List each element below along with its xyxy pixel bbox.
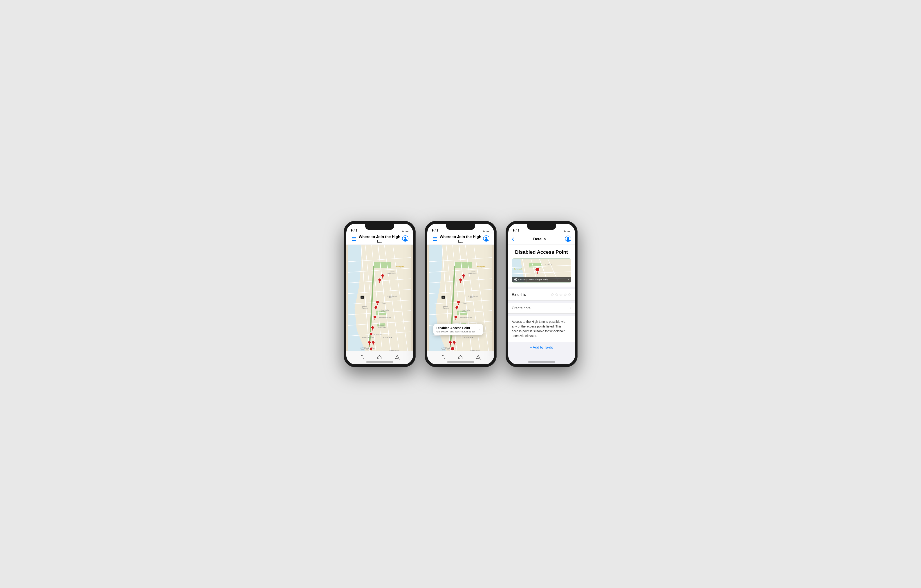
phones-container: 9:42 ▲ ▬ ☰ Where to Join the High L... (344, 221, 578, 367)
svg-point-67 (485, 237, 487, 239)
callout-bubble[interactable]: Disabled Access Point Gansevoort and Was… (433, 324, 483, 335)
svg-text:CHELSEA: CHELSEA (464, 336, 474, 338)
star-5[interactable]: ☆ (568, 292, 571, 297)
phone-2-nav-bar: ☰ Where to Join the High L... (427, 234, 494, 245)
svg-rect-70 (454, 262, 472, 268)
star-4[interactable]: ☆ (563, 292, 567, 297)
svg-point-127 (453, 341, 456, 344)
svg-point-119 (454, 315, 457, 318)
svg-point-56 (371, 326, 374, 329)
phone-1-time: 9:42 (351, 228, 358, 232)
svg-text:Fine Food Market: Fine Food Market (362, 337, 374, 338)
details-screen: Details Disabled Access Point (508, 234, 575, 364)
details-rate-section: Rate this ☆ ☆ ☆ ☆ ☆ (508, 289, 575, 300)
wifi-icon-3: ▲ (564, 229, 566, 232)
callout-subtitle: Gansevoort and Washington Street (436, 330, 476, 333)
phone-2: 9:42 ▲ ▬ ☰ Where to Join the High L... (425, 221, 496, 367)
home-button-2[interactable] (458, 355, 463, 361)
star-1[interactable]: ☆ (551, 292, 554, 297)
svg-point-64 (369, 347, 373, 350)
create-note-row[interactable]: Create note › (508, 303, 575, 313)
details-nav-title: Details (533, 237, 546, 241)
wifi-icon: ▲ (483, 229, 485, 232)
location-button-2[interactable] (476, 355, 481, 361)
phone-3-notch (527, 224, 556, 230)
nav-title: Where to Join the High L... (358, 235, 401, 244)
profile-button-3[interactable] (565, 236, 571, 243)
details-description: Access to the High Line is possible via … (508, 316, 575, 342)
phone-2-map[interactable]: Lightship Frying Pan Jenny's Marketplace… (427, 245, 494, 351)
svg-text:Basketball Court: Basketball Court (460, 317, 472, 318)
phone-1-nav-bar: ☰ Where to Join the High L... (347, 234, 413, 245)
phone-1: 9:42 ▲ ▬ ☰ Where to Join the High L... (344, 221, 416, 367)
star-rating[interactable]: ☆ ☆ ☆ ☆ ☆ (551, 292, 571, 297)
svg-rect-4 (374, 262, 391, 268)
svg-point-50 (376, 300, 379, 304)
menu-button[interactable]: ☰ (350, 236, 358, 242)
svg-point-113 (459, 278, 462, 281)
svg-text:Marketplace: Marketplace (387, 273, 395, 274)
svg-text:Place: Place (469, 297, 473, 299)
profile-button-2[interactable] (482, 236, 490, 243)
svg-text:Foragers Market: Foragers Market (389, 349, 399, 351)
svg-text:9A: 9A (442, 296, 444, 299)
details-note-section: Create note › (508, 303, 575, 313)
phone-3: 9:43 ▲ ▬ Details (506, 221, 578, 367)
svg-point-129 (451, 347, 454, 351)
phone-3-screen: 9:43 ▲ ▬ Details (508, 224, 575, 364)
details-content: Disabled Access Point (508, 245, 575, 364)
details-nav: Details (508, 234, 575, 245)
svg-point-149 (515, 279, 516, 280)
home-button[interactable] (377, 355, 382, 361)
svg-text:DISTRICT: DISTRICT (361, 349, 370, 351)
rate-row[interactable]: Rate this ☆ ☆ ☆ ☆ ☆ (508, 289, 575, 300)
phone-2-home-indicator (447, 361, 474, 362)
phone-2-screen: 9:42 ▲ ▬ ☰ Where to Join the High L... (427, 224, 494, 364)
details-header: Disabled Access Point (508, 245, 575, 287)
svg-point-125 (449, 341, 452, 344)
phone-2-time: 9:42 (432, 228, 439, 232)
svg-point-46 (381, 274, 384, 277)
create-note-label: Create note (512, 306, 531, 310)
phone-3-time: 9:43 (513, 228, 519, 232)
details-footer: + Add to To-do (508, 342, 575, 353)
share-button[interactable] (360, 355, 364, 361)
star-3[interactable]: ☆ (559, 292, 563, 297)
svg-point-52 (374, 306, 377, 309)
phone-3-status-icons: ▲ ▬ (564, 229, 570, 232)
rate-label: Rate this (512, 292, 526, 297)
svg-text:DISTRICT: DISTRICT (442, 349, 451, 351)
phone-2-notch (446, 224, 475, 230)
svg-text:Gansevoort: Gansevoort (514, 268, 522, 270)
add-todo-button[interactable]: + Add to To-do (530, 346, 553, 349)
svg-text:Vessel: Vessel (462, 302, 467, 304)
nav-title-2: Where to Join the High L... (439, 235, 482, 244)
svg-point-1 (404, 237, 406, 239)
svg-point-111 (462, 274, 465, 277)
svg-point-48 (378, 278, 381, 281)
phone-1-status-icons: ▲ ▬ (402, 229, 408, 232)
details-map-thumbnail[interactable]: W 14th St Gansevoort Gansevoort and Wash… (512, 258, 571, 283)
back-button[interactable] (512, 237, 514, 241)
svg-point-117 (455, 306, 458, 309)
svg-text:W 14th St: W 14th St (545, 263, 552, 265)
svg-text:Foragers Market: Foragers Market (469, 349, 480, 351)
svg-point-54 (373, 315, 376, 318)
location-button[interactable] (395, 355, 400, 361)
phone-1-map[interactable]: Lightship Frying Pan Jenny's Marketplace… (347, 245, 413, 351)
svg-text:Vessel: Vessel (381, 302, 386, 304)
callout-chevron[interactable]: › (478, 328, 480, 331)
profile-button[interactable] (401, 236, 409, 243)
phone-1-notch (365, 224, 394, 230)
share-button-2[interactable] (440, 355, 445, 361)
battery-icon: ▬ (487, 229, 490, 232)
svg-text:Place: Place (462, 311, 466, 312)
svg-point-132 (567, 237, 569, 239)
battery-icon: ▬ (406, 229, 408, 232)
star-2[interactable]: ☆ (555, 292, 558, 297)
svg-text:Frying Pan: Frying Pan (361, 307, 368, 309)
svg-text:Market Place: Market Place (378, 326, 386, 328)
svg-point-62 (372, 341, 375, 344)
menu-button-2[interactable]: ☰ (431, 236, 439, 242)
svg-text:CHELSEA: CHELSEA (383, 336, 392, 338)
